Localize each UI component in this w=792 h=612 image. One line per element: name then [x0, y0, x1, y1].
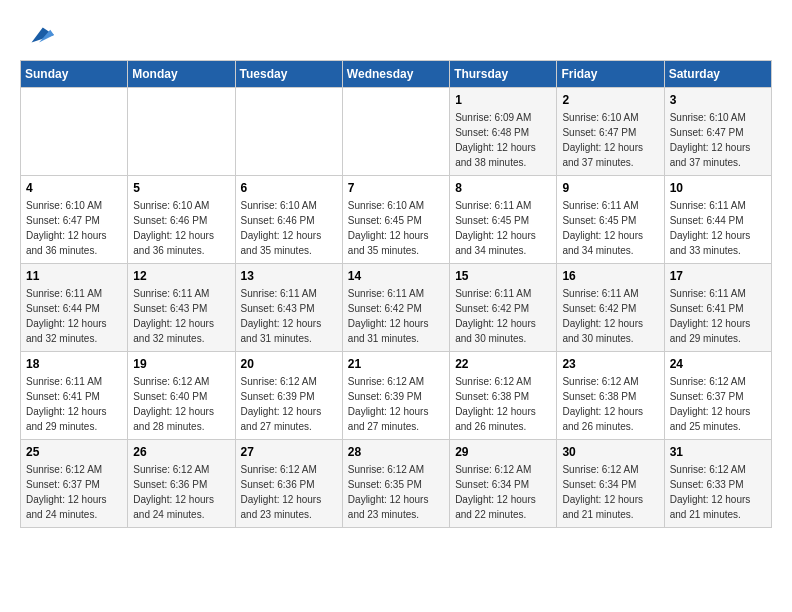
day-info: Sunrise: 6:09 AMSunset: 6:48 PMDaylight:… — [455, 110, 551, 170]
day-number: 18 — [26, 357, 122, 371]
day-number: 26 — [133, 445, 229, 459]
day-number: 8 — [455, 181, 551, 195]
calendar-header-row: SundayMondayTuesdayWednesdayThursdayFrid… — [21, 61, 772, 88]
calendar-cell: 31 Sunrise: 6:12 AMSunset: 6:33 PMDaylig… — [664, 440, 771, 528]
calendar-cell: 10 Sunrise: 6:11 AMSunset: 6:44 PMDaylig… — [664, 176, 771, 264]
day-info: Sunrise: 6:10 AMSunset: 6:47 PMDaylight:… — [26, 198, 122, 258]
day-number: 23 — [562, 357, 658, 371]
calendar-cell: 5 Sunrise: 6:10 AMSunset: 6:46 PMDayligh… — [128, 176, 235, 264]
calendar-week-row: 25 Sunrise: 6:12 AMSunset: 6:37 PMDaylig… — [21, 440, 772, 528]
calendar-cell: 8 Sunrise: 6:11 AMSunset: 6:45 PMDayligh… — [450, 176, 557, 264]
day-number: 31 — [670, 445, 766, 459]
calendar-cell: 9 Sunrise: 6:11 AMSunset: 6:45 PMDayligh… — [557, 176, 664, 264]
day-header-saturday: Saturday — [664, 61, 771, 88]
day-info: Sunrise: 6:10 AMSunset: 6:46 PMDaylight:… — [133, 198, 229, 258]
day-info: Sunrise: 6:12 AMSunset: 6:40 PMDaylight:… — [133, 374, 229, 434]
day-header-thursday: Thursday — [450, 61, 557, 88]
day-info: Sunrise: 6:12 AMSunset: 6:39 PMDaylight:… — [348, 374, 444, 434]
day-info: Sunrise: 6:10 AMSunset: 6:47 PMDaylight:… — [670, 110, 766, 170]
day-info: Sunrise: 6:12 AMSunset: 6:34 PMDaylight:… — [562, 462, 658, 522]
day-info: Sunrise: 6:11 AMSunset: 6:43 PMDaylight:… — [241, 286, 337, 346]
day-number: 30 — [562, 445, 658, 459]
day-number: 25 — [26, 445, 122, 459]
calendar-cell: 28 Sunrise: 6:12 AMSunset: 6:35 PMDaylig… — [342, 440, 449, 528]
day-info: Sunrise: 6:12 AMSunset: 6:34 PMDaylight:… — [455, 462, 551, 522]
day-number: 3 — [670, 93, 766, 107]
calendar-cell: 22 Sunrise: 6:12 AMSunset: 6:38 PMDaylig… — [450, 352, 557, 440]
calendar-cell — [21, 88, 128, 176]
calendar-week-row: 1 Sunrise: 6:09 AMSunset: 6:48 PMDayligh… — [21, 88, 772, 176]
calendar-cell: 4 Sunrise: 6:10 AMSunset: 6:47 PMDayligh… — [21, 176, 128, 264]
calendar-cell: 15 Sunrise: 6:11 AMSunset: 6:42 PMDaylig… — [450, 264, 557, 352]
calendar-cell: 14 Sunrise: 6:11 AMSunset: 6:42 PMDaylig… — [342, 264, 449, 352]
day-info: Sunrise: 6:10 AMSunset: 6:46 PMDaylight:… — [241, 198, 337, 258]
day-header-sunday: Sunday — [21, 61, 128, 88]
calendar-cell: 25 Sunrise: 6:12 AMSunset: 6:37 PMDaylig… — [21, 440, 128, 528]
day-info: Sunrise: 6:12 AMSunset: 6:36 PMDaylight:… — [133, 462, 229, 522]
day-number: 20 — [241, 357, 337, 371]
day-info: Sunrise: 6:11 AMSunset: 6:41 PMDaylight:… — [670, 286, 766, 346]
day-info: Sunrise: 6:12 AMSunset: 6:35 PMDaylight:… — [348, 462, 444, 522]
calendar-week-row: 4 Sunrise: 6:10 AMSunset: 6:47 PMDayligh… — [21, 176, 772, 264]
day-info: Sunrise: 6:12 AMSunset: 6:37 PMDaylight:… — [26, 462, 122, 522]
day-info: Sunrise: 6:12 AMSunset: 6:37 PMDaylight:… — [670, 374, 766, 434]
day-number: 13 — [241, 269, 337, 283]
calendar-cell: 2 Sunrise: 6:10 AMSunset: 6:47 PMDayligh… — [557, 88, 664, 176]
day-number: 12 — [133, 269, 229, 283]
calendar-cell — [128, 88, 235, 176]
calendar-cell: 30 Sunrise: 6:12 AMSunset: 6:34 PMDaylig… — [557, 440, 664, 528]
day-number: 11 — [26, 269, 122, 283]
day-header-tuesday: Tuesday — [235, 61, 342, 88]
calendar-cell: 13 Sunrise: 6:11 AMSunset: 6:43 PMDaylig… — [235, 264, 342, 352]
calendar-cell: 23 Sunrise: 6:12 AMSunset: 6:38 PMDaylig… — [557, 352, 664, 440]
day-info: Sunrise: 6:12 AMSunset: 6:39 PMDaylight:… — [241, 374, 337, 434]
day-number: 10 — [670, 181, 766, 195]
logo-icon — [24, 20, 54, 50]
day-number: 7 — [348, 181, 444, 195]
calendar-cell: 29 Sunrise: 6:12 AMSunset: 6:34 PMDaylig… — [450, 440, 557, 528]
day-info: Sunrise: 6:11 AMSunset: 6:45 PMDaylight:… — [455, 198, 551, 258]
day-info: Sunrise: 6:11 AMSunset: 6:42 PMDaylight:… — [348, 286, 444, 346]
calendar-week-row: 18 Sunrise: 6:11 AMSunset: 6:41 PMDaylig… — [21, 352, 772, 440]
calendar-table: SundayMondayTuesdayWednesdayThursdayFrid… — [20, 60, 772, 528]
day-number: 15 — [455, 269, 551, 283]
day-info: Sunrise: 6:11 AMSunset: 6:44 PMDaylight:… — [26, 286, 122, 346]
day-number: 28 — [348, 445, 444, 459]
day-header-wednesday: Wednesday — [342, 61, 449, 88]
day-info: Sunrise: 6:10 AMSunset: 6:47 PMDaylight:… — [562, 110, 658, 170]
day-number: 19 — [133, 357, 229, 371]
day-info: Sunrise: 6:11 AMSunset: 6:43 PMDaylight:… — [133, 286, 229, 346]
calendar-cell: 11 Sunrise: 6:11 AMSunset: 6:44 PMDaylig… — [21, 264, 128, 352]
calendar-cell: 6 Sunrise: 6:10 AMSunset: 6:46 PMDayligh… — [235, 176, 342, 264]
calendar-cell: 19 Sunrise: 6:12 AMSunset: 6:40 PMDaylig… — [128, 352, 235, 440]
day-info: Sunrise: 6:12 AMSunset: 6:33 PMDaylight:… — [670, 462, 766, 522]
calendar-cell: 16 Sunrise: 6:11 AMSunset: 6:42 PMDaylig… — [557, 264, 664, 352]
calendar-cell: 3 Sunrise: 6:10 AMSunset: 6:47 PMDayligh… — [664, 88, 771, 176]
day-number: 5 — [133, 181, 229, 195]
day-number: 4 — [26, 181, 122, 195]
day-number: 16 — [562, 269, 658, 283]
calendar-cell: 17 Sunrise: 6:11 AMSunset: 6:41 PMDaylig… — [664, 264, 771, 352]
logo — [20, 20, 54, 50]
calendar-cell: 26 Sunrise: 6:12 AMSunset: 6:36 PMDaylig… — [128, 440, 235, 528]
day-info: Sunrise: 6:12 AMSunset: 6:36 PMDaylight:… — [241, 462, 337, 522]
calendar-cell: 1 Sunrise: 6:09 AMSunset: 6:48 PMDayligh… — [450, 88, 557, 176]
calendar-cell: 7 Sunrise: 6:10 AMSunset: 6:45 PMDayligh… — [342, 176, 449, 264]
calendar-cell: 18 Sunrise: 6:11 AMSunset: 6:41 PMDaylig… — [21, 352, 128, 440]
day-number: 21 — [348, 357, 444, 371]
day-info: Sunrise: 6:10 AMSunset: 6:45 PMDaylight:… — [348, 198, 444, 258]
day-info: Sunrise: 6:12 AMSunset: 6:38 PMDaylight:… — [562, 374, 658, 434]
day-number: 17 — [670, 269, 766, 283]
calendar-cell — [235, 88, 342, 176]
page-header — [20, 20, 772, 50]
day-header-friday: Friday — [557, 61, 664, 88]
calendar-cell: 12 Sunrise: 6:11 AMSunset: 6:43 PMDaylig… — [128, 264, 235, 352]
calendar-cell: 27 Sunrise: 6:12 AMSunset: 6:36 PMDaylig… — [235, 440, 342, 528]
day-number: 9 — [562, 181, 658, 195]
day-info: Sunrise: 6:11 AMSunset: 6:42 PMDaylight:… — [562, 286, 658, 346]
day-info: Sunrise: 6:11 AMSunset: 6:44 PMDaylight:… — [670, 198, 766, 258]
day-number: 24 — [670, 357, 766, 371]
day-number: 22 — [455, 357, 551, 371]
day-info: Sunrise: 6:12 AMSunset: 6:38 PMDaylight:… — [455, 374, 551, 434]
day-number: 6 — [241, 181, 337, 195]
